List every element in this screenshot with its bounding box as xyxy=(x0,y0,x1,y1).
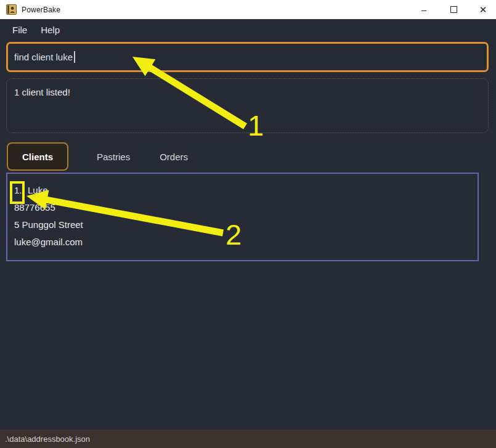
minimize-icon: – xyxy=(421,4,426,15)
title-bar: PowerBake – ✕ xyxy=(0,0,496,19)
tab-clients[interactable]: Clients xyxy=(7,142,68,171)
client-email: luke@gmail.com xyxy=(14,236,478,253)
maximize-icon xyxy=(450,6,457,13)
command-input-value: find client luke xyxy=(14,52,73,62)
client-index: 1. xyxy=(14,184,23,197)
tab-bar: Clients Pastries Orders xyxy=(7,142,203,171)
command-input[interactable]: find client luke xyxy=(6,42,489,72)
menu-file[interactable]: File xyxy=(6,21,34,39)
tab-orders[interactable]: Orders xyxy=(145,142,203,171)
result-message: 1 client listed! xyxy=(14,87,70,97)
tab-clients-label: Clients xyxy=(22,152,53,162)
client-address: 5 Punggol Street xyxy=(14,219,478,236)
client-card[interactable]: 1.Luke 88776655 5 Punggol Street luke@gm… xyxy=(7,174,478,253)
window-controls: – ✕ xyxy=(415,0,492,19)
tab-pastries[interactable]: Pastries xyxy=(82,142,145,171)
close-icon: ✕ xyxy=(479,4,487,15)
client-name: Luke xyxy=(28,185,48,195)
status-file-path: .\data\addressbook.json xyxy=(5,434,90,444)
maximize-button[interactable] xyxy=(444,1,463,18)
menu-help[interactable]: Help xyxy=(34,21,67,39)
client-name-line: 1.Luke xyxy=(14,184,478,202)
result-display: 1 client listed! xyxy=(6,78,489,133)
app-window: PowerBake – ✕ File Help find client luke… xyxy=(0,0,496,448)
client-phone: 88776655 xyxy=(14,202,478,219)
tab-orders-label: Orders xyxy=(160,152,188,162)
menu-bar: File Help xyxy=(0,19,496,41)
client-list-panel: 1.Luke 88776655 5 Punggol Street luke@gm… xyxy=(6,173,479,261)
app-icon xyxy=(6,4,17,15)
close-button[interactable]: ✕ xyxy=(474,1,492,18)
tab-pastries-label: Pastries xyxy=(97,152,130,162)
window-title: PowerBake xyxy=(22,6,60,14)
minimize-button[interactable]: – xyxy=(415,1,433,18)
status-bar: .\data\addressbook.json xyxy=(0,430,496,448)
text-cursor xyxy=(74,51,75,63)
